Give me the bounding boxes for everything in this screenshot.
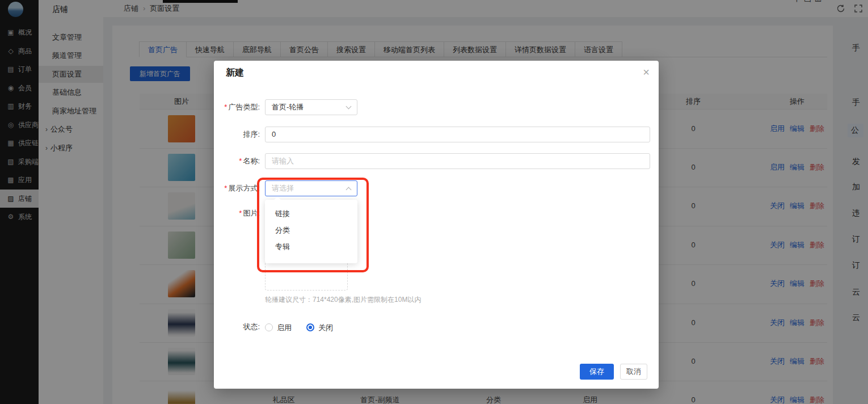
field-label: *广告类型:: [214, 99, 260, 115]
form-row-sort: 排序: 0: [214, 127, 659, 142]
form-row-display-mode: *展示方式: 请选择: [214, 180, 659, 196]
select-placeholder: 请选择: [272, 184, 294, 192]
display-mode-select[interactable]: 请选择: [265, 180, 357, 196]
field-label: 状态:: [214, 322, 260, 331]
dropdown-option-link[interactable]: 链接: [265, 205, 357, 222]
cancel-button[interactable]: 取消: [620, 364, 647, 380]
chevron-up-icon: [346, 187, 352, 193]
field-label: 排序:: [214, 127, 260, 142]
required-mark: *: [239, 157, 242, 165]
dropdown-option-album[interactable]: 专辑: [265, 238, 357, 255]
field-label: *图片:: [214, 209, 260, 217]
close-icon[interactable]: ×: [643, 66, 650, 78]
dropdown-caret: [274, 196, 280, 203]
app-root: 店铺›页面设置 超级管理员 个画面 店铺 文章管理 频道管理 页面设置 基础信息…: [0, 0, 868, 404]
form-row-name: *名称: 请输入: [214, 153, 659, 169]
input-placeholder: 请输入: [272, 157, 294, 165]
form-row-status: 状态: 启用 关闭: [214, 322, 659, 331]
create-ad-modal: 新建 × *广告类型: 首页-轮播 排序: 0 *名称: 请输入 *展示方式: …: [214, 61, 659, 389]
radio-checked-icon[interactable]: [306, 323, 314, 331]
field-label: *展示方式:: [214, 180, 260, 196]
radio-disable[interactable]: 关闭: [306, 323, 333, 333]
upload-hint: 轮播建议尺寸：714*420像素,图片需限制在10M以内: [265, 295, 421, 305]
chevron-down-icon: [346, 104, 352, 110]
modal-title: 新建: [226, 67, 244, 79]
save-button[interactable]: 保存: [580, 364, 614, 380]
name-input[interactable]: 请输入: [265, 153, 650, 169]
required-mark: *: [224, 184, 227, 192]
required-mark: *: [239, 209, 242, 217]
display-mode-dropdown: 链接 分类 专辑: [265, 200, 357, 263]
required-mark: *: [224, 103, 227, 111]
sort-input[interactable]: 0: [265, 127, 650, 142]
radio-icon[interactable]: [265, 323, 273, 331]
radio-enable[interactable]: 启用: [265, 323, 292, 333]
ad-type-select[interactable]: 首页-轮播: [265, 99, 357, 115]
form-row-ad-type: *广告类型: 首页-轮播: [214, 99, 659, 115]
field-label: *名称:: [214, 153, 260, 169]
dropdown-option-category[interactable]: 分类: [265, 222, 357, 238]
